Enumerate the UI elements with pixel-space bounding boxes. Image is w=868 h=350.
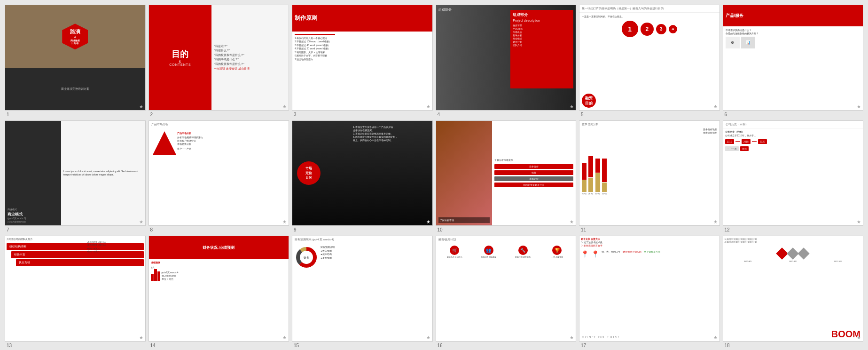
slide-17-top-text: 箱子太长 会盖大大 ▷ 近于述技术技术投 ▷ 影响实现而言合手 [579, 236, 719, 249]
star-icon-9: ★ [426, 219, 430, 224]
star-icon-7: ★ [139, 219, 143, 224]
slide-4-item-2: 产品/服务 [513, 27, 571, 30]
slide-2-contents: CONTENTS [169, 63, 191, 66]
slide-13-right-content: ●多年的经验（做什么） ●多年的经验（做什么） ●顾问（联系人） ●顾问（联系人… [87, 241, 143, 257]
slide-wrapper-4: 组成部分 组成部分 Project description 融资背景 产品/服务… [436, 5, 577, 118]
slide-num-row-14: 14 [149, 342, 289, 349]
slide-number-17: 17 [580, 343, 719, 348]
star-icon-14: ★ [282, 335, 287, 340]
slide-2-left: 目的 & CONTENTS [149, 5, 212, 110]
slide-wrapper-16: 融资/使用计划 🛒 渠道合作 分销平台 👥 加强运营 团队建设 🔧 提高技术 研… [436, 236, 577, 349]
slide-17[interactable]: 箱子太长 会盖大大 ▷ 近于述技术技术投 ▷ 影响实现而言合手 📍 📍 你、大、… [579, 236, 720, 342]
slide-wrapper-2: 目的 & CONTENTS "我是谁？" "我做什么？" "我的投资条件是什么？… [149, 5, 289, 118]
slide-8[interactable]: 产品市场分析 产品市场 产品市场分析 分析市场规模和增长潜力 目标客户群体特征 … [149, 120, 289, 226]
slide-num-row-15: 15 [292, 342, 433, 349]
slide-2[interactable]: 目的 & CONTENTS "我是谁？" "我做什么？" "我的投资条件是什么？… [149, 5, 289, 111]
slide-1[interactable]: 路演 & 商业融资 计划书 商业路演完整培训方案 ★ [5, 5, 146, 111]
slide-num-row-4: 4 [436, 111, 577, 118]
slide-number-5: 5 [580, 112, 719, 117]
slide-3-content: 1.每张幻灯片只有一个核心观点 2.不要超过 100 word（word 模板）… [292, 32, 432, 64]
slide-7[interactable]: 商业模式 商业模式 (ppts3页 words 6) 2.还给内容详细的信息 L… [5, 120, 146, 226]
slide-15-header: 财务预测展示 (ppt4 页 words 4) [292, 236, 432, 243]
slide-18-diamond-labels: BOO M1BOO M2BOO M3 [723, 260, 863, 262]
slide-num-row-12: 12 [723, 226, 864, 233]
slide-16[interactable]: 融资/使用计划 🛒 渠道合作 分销平台 👥 加强运营 团队建设 🔧 提高技术 研… [436, 236, 577, 342]
slide-num-row-7: 7 [5, 226, 146, 233]
slide-5-circle-1: 1 [622, 21, 638, 37]
slide-number-1: 1 [6, 112, 145, 117]
slide-number-11: 11 [580, 227, 719, 232]
star-icon-13: ★ [139, 335, 143, 340]
slide-5-header: 第一张幻灯片的目标是明确（就是第一）融资几句的来使进行目的 [579, 5, 719, 13]
slide-wrapper-5: 第一张幻灯片的目标是明确（就是第一）融资几句的来使进行目的 一定是一直要定制对的… [579, 5, 720, 118]
slide-num-row-8: 8 [149, 226, 289, 233]
slide-number-3: 3 [293, 112, 432, 117]
slide-18-boom-text: BOOM [831, 329, 860, 340]
slide-2-subtitle: & [179, 60, 182, 63]
slide-number-12: 12 [724, 227, 863, 232]
slide-5-content: 一定是一直要定制对的。不放在之那之。 1 2 3 4 [579, 13, 719, 40]
star-icon-11: ★ [713, 219, 718, 224]
star-icon-3: ★ [426, 104, 430, 109]
slide-17-pins: 📍 📍 你、大、全的口号 财务预测不切实际 至了销售是可信 [579, 249, 719, 259]
slide-6-img-1: ⚙ [726, 37, 740, 48]
slide-5[interactable]: 第一张幻灯片的目标是明确（就是第一）融资几句的来使进行目的 一定是一直要定制对的… [579, 5, 720, 111]
slide-12[interactable]: 公司历史（示例） 公司历史（示例） 公司成立于2010年，致力于... 2010… [723, 120, 864, 226]
slide-12-header: 公司历史（示例） [723, 121, 863, 128]
slide-13[interactable]: 介绍您公司的团队及能力 组织结构清晰 经验丰富 执行力强 ●多年的经验（做什么）… [5, 236, 146, 342]
slide-number-14: 14 [149, 343, 289, 348]
slide-3-bar [295, 34, 335, 35]
slide-7-right: Lorem ipsum dolor sit amet, consectetur … [61, 121, 145, 226]
slide-4-box-title: 组成部分 [513, 12, 571, 17]
slide-num-row-18: 18 [723, 342, 864, 349]
slide-3-header: 制作原则 [292, 5, 432, 32]
slide-num-row-9: 9 [292, 226, 433, 233]
slide-wrapper-18: 1.如何对好好好好好好好好好好 2.如何相关好好好好好好好好好 BOO M1BO… [723, 236, 864, 349]
star-icon-8: ★ [282, 219, 287, 224]
slide-10-box-3: 市场定位 [494, 176, 574, 181]
slide-4[interactable]: 组成部分 组成部分 Project description 融资背景 产品/服务… [436, 5, 577, 111]
slide-14[interactable]: 财务状况 /业绩预测 业绩预测 收入 ppts2页 words 4 [149, 236, 289, 342]
slide-18-top-text: 1.如何对好好好好好好好好好好 2.如何相关好好好好好好好好好 [723, 236, 863, 245]
slide-4-bg: 组成部分 组成部分 Project description 融资背景 产品/服务… [436, 5, 576, 110]
slide-3[interactable]: 制作原则 1.每张幻灯片只有一个核心观点 2.不要超过 100 word（wor… [292, 5, 433, 111]
star-icon-12: ★ [857, 219, 861, 224]
slide-15[interactable]: 财务预测展示 (ppt4 页 words 4) 财务 财务预测说明 ● 收入预测… [292, 236, 433, 342]
slide-num-row-10: 10 [436, 226, 577, 233]
slide-10-box-2: 优势 [494, 170, 574, 175]
star-icon-2: ★ [282, 104, 287, 109]
slide-6-header: 产品/服务 [723, 5, 863, 26]
slide-number-6: 6 [724, 112, 863, 117]
slide-number-15: 15 [293, 343, 432, 348]
slide-9[interactable]: 市场定位目的 1. 市场位置不仅告诉你一个产品多少钱， 也告诉你在哪里买。 2.… [292, 120, 433, 226]
slide-6-title: 产品/服务 [726, 13, 744, 19]
slide-number-10: 10 [437, 227, 576, 232]
slide-6-content: 市场需求及痛点是什么？ 你是如此这般创性的解决方案？ ⚙ 📊 [723, 26, 863, 51]
slide-wrapper-1: 路演 & 商业融资 计划书 商业路演完整培训方案 ★ 1 [5, 5, 146, 118]
slide-5-circle-3: 3 [656, 24, 666, 34]
slide-6[interactable]: 产品/服务 市场需求及痛点是什么？ 你是如此这般创性的解决方案？ ⚙ 📊 ★ [723, 5, 864, 111]
slide-15-donut-chart: 财务 [295, 246, 318, 269]
slide-number-13: 13 [6, 343, 145, 348]
slide-10[interactable]: 竞争分析 了解分析市场 了解分析市场竞争 竞争分析 优势 市场定位 你的竞争策略… [436, 120, 577, 226]
slide-num-row-6: 6 [723, 111, 864, 118]
slide-1-hexagon: 路演 & 商业融资 计划书 [62, 24, 88, 49]
slide-18[interactable]: 1.如何对好好好好好好好好好好 2.如何相关好好好好好好好好好 BOO M1BO… [723, 236, 864, 342]
slide-8-triangle: 产品市场 [153, 131, 176, 155]
slide-number-9: 9 [293, 227, 432, 232]
star-icon-1: ★ [139, 104, 143, 109]
slide-num-row-3: 3 [292, 111, 433, 118]
slide-num-row-11: 11 [579, 226, 720, 233]
slide-wrapper-12: 公司历史（示例） 公司历史（示例） 公司成立于2010年，致力于... 2010… [723, 120, 864, 233]
slide-12-content: 公司历史（示例） 公司成立于2010年，致力于... 2010 2015 202… [723, 128, 863, 153]
slide-11[interactable]: 竞争优势分析 第1组 第2组 第3组 [579, 120, 720, 226]
slide-9-bg: 市场定位目的 1. 市场位置不仅告诉你一个产品多少钱， 也告诉你在哪里买。 2.… [292, 121, 432, 226]
slide-6-img-2: 📊 [741, 37, 755, 48]
slide-17-dont-text: DON'T DO THIS! [582, 335, 620, 339]
slide-wrapper-17: 箱子太长 会盖大大 ▷ 近于述技术技术投 ▷ 影响实现而言合手 📍 📍 你、大、… [579, 236, 720, 349]
slide-1-image: 路演 & 商业融资 计划书 [5, 5, 145, 68]
star-icon-16: ★ [570, 335, 574, 340]
slide-wrapper-7: 商业模式 商业模式 (ppts3页 words 6) 2.还给内容详细的信息 L… [5, 120, 146, 233]
slide-18-diamonds [723, 247, 863, 260]
slide-8-header: 产品市场分析 [149, 121, 289, 128]
